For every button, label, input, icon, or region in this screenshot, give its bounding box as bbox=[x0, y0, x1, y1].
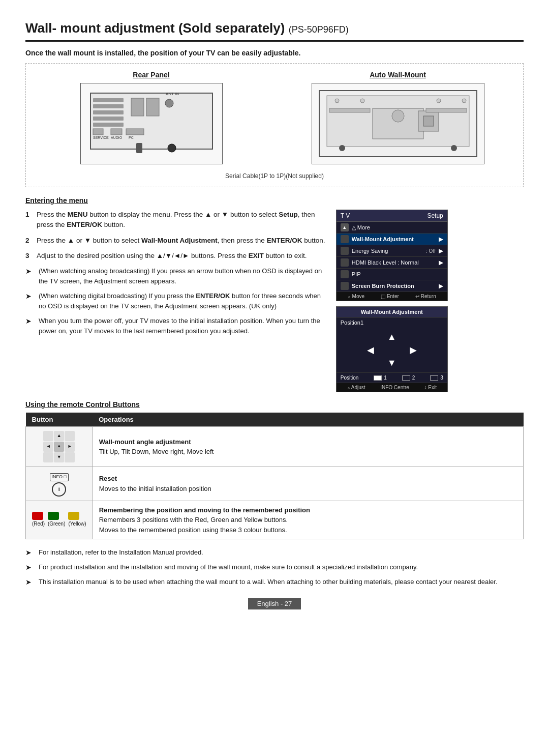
rear-panel-label: Rear Panel bbox=[133, 71, 169, 79]
rc-table-header-row: Button Operations bbox=[26, 413, 524, 427]
entering-menu-header: Entering the menu bbox=[25, 196, 524, 205]
rear-panel-section: Rear Panel ANT IN bbox=[33, 71, 269, 164]
color-buttons: (Red) (Green) (Yellow) bbox=[32, 512, 86, 528]
osd-footer: ⬦ Move ⬚ Enter ↩ Return bbox=[337, 292, 447, 301]
osd-column: T V Setup ▲ △ More Wall-Mount Adjustment… bbox=[336, 210, 524, 392]
svg-rect-16 bbox=[136, 143, 142, 153]
svg-rect-14 bbox=[111, 129, 122, 135]
svg-point-20 bbox=[335, 99, 339, 103]
red-button-group: (Red) bbox=[32, 512, 45, 528]
dpad-right: ► bbox=[65, 442, 75, 452]
setup-osd: T V Setup ▲ △ More Wall-Mount Adjustment… bbox=[336, 210, 448, 301]
subtitle: Once the wall mount is installed, the po… bbox=[25, 49, 524, 57]
osd-icon-sbp bbox=[341, 282, 349, 290]
rc-dpad-label-cell: Wall-mount angle adjustment Tilt Up, Til… bbox=[93, 427, 523, 467]
step-2: 2 Press the ▲ or ▼ button to select Wall… bbox=[25, 236, 326, 246]
osd-icon-energy bbox=[341, 247, 349, 255]
wm-left-arrow: ◀ bbox=[367, 344, 374, 356]
rc-color-cell: (Red) (Green) (Yellow) bbox=[26, 501, 93, 539]
svg-point-31 bbox=[451, 145, 457, 151]
rc-dpad-cell: ▲ ◄ ● ► ▼ bbox=[26, 427, 93, 467]
footer-notes: ➤ For installation, refer to the Install… bbox=[25, 547, 524, 588]
wm-arrows-row: ◀ ▶ bbox=[367, 344, 417, 356]
rc-color-label-cell: Remembering the position and moving to t… bbox=[93, 501, 523, 539]
wm-osd-header: Wall-Mount Adjustment bbox=[337, 307, 447, 317]
wall-mount-image bbox=[312, 83, 484, 164]
wm-position-bar: Position 1 2 3 bbox=[337, 372, 447, 383]
svg-point-23 bbox=[462, 99, 466, 103]
osd-header: T V Setup bbox=[337, 210, 447, 222]
wall-mount-section: Auto Wall-Mount bbox=[280, 71, 516, 164]
rc-table: Button Operations ▲ ◄ ● ► ▼ bbox=[25, 413, 524, 539]
svg-text:SERVICE: SERVICE bbox=[93, 136, 109, 139]
wm-down-arrow: ▼ bbox=[387, 358, 396, 368]
footer-note-3: ➤ This installation manual is to be used… bbox=[25, 577, 524, 588]
page-title: Wall- mount adjustment (Sold separately)… bbox=[25, 20, 524, 42]
note-3: ➤ When you turn the power off, your TV m… bbox=[25, 316, 326, 336]
footer-note-1: ➤ For installation, refer to the Install… bbox=[25, 547, 524, 558]
rc-section: Using the remote Control Buttons Button … bbox=[25, 400, 524, 539]
red-button bbox=[32, 512, 43, 520]
wm-adjustment-osd: Wall-Mount Adjustment Position1 ▲ ◀ ▶ ▼ … bbox=[336, 306, 448, 392]
dpad-center: ● bbox=[54, 442, 64, 452]
page-footer: English - 27 bbox=[25, 598, 524, 609]
yellow-button bbox=[68, 512, 79, 520]
note-1: ➤ (When watching analog broadcasting) If… bbox=[25, 266, 326, 286]
wm-pos-1: 1 bbox=[374, 375, 387, 381]
svg-point-22 bbox=[437, 99, 441, 103]
steps-column: 1 Press the MENU button to display the m… bbox=[25, 210, 326, 392]
svg-point-17 bbox=[168, 144, 176, 152]
wm-arrows: ▲ ◀ ▶ ▼ bbox=[337, 328, 447, 372]
svg-text:AUDIO: AUDIO bbox=[111, 136, 123, 139]
dpad-left: ◄ bbox=[43, 442, 53, 452]
svg-point-8 bbox=[165, 99, 173, 107]
rc-col-operations: Operations bbox=[93, 413, 523, 427]
osd-row-hdmi: HDMI Black Level : Normal ▶ bbox=[337, 257, 447, 269]
diagram-box: Rear Panel ANT IN bbox=[25, 63, 524, 187]
svg-rect-6 bbox=[131, 98, 144, 116]
osd-icon-more: ▲ bbox=[341, 223, 349, 231]
svg-rect-28 bbox=[329, 108, 370, 112]
osd-row-pip: PIP bbox=[337, 269, 447, 280]
osd-row-energy: Energy Saving : Off ▶ bbox=[337, 245, 447, 257]
step-1: 1 Press the MENU button to display the m… bbox=[25, 210, 326, 230]
osd-row-sbp: Screen Burn Protection ▶ bbox=[337, 280, 447, 292]
wm-right-arrow: ▶ bbox=[410, 344, 417, 356]
info-button: INFO □ i bbox=[50, 473, 69, 497]
info-circle: i bbox=[52, 482, 66, 497]
svg-rect-2 bbox=[93, 104, 124, 108]
rc-col-button: Button bbox=[26, 413, 93, 427]
svg-point-25 bbox=[392, 110, 404, 122]
rc-info-label-cell: Reset Moves to the initial installation … bbox=[93, 467, 523, 501]
svg-rect-5 bbox=[93, 123, 124, 127]
osd-icon-pip bbox=[341, 270, 349, 278]
svg-point-21 bbox=[360, 99, 364, 103]
dpad-up: ▲ bbox=[54, 431, 64, 441]
dpad-button: ▲ ◄ ● ► ▼ bbox=[43, 431, 75, 462]
green-button bbox=[48, 512, 59, 520]
wm-up-arrow: ▲ bbox=[387, 332, 396, 342]
rear-panel-image: ANT IN SERVICE AUDIO PC bbox=[80, 83, 223, 164]
page-badge: English - 27 bbox=[248, 598, 301, 609]
rc-info-cell: INFO □ i bbox=[26, 467, 93, 501]
wall-mount-svg bbox=[317, 88, 479, 159]
yellow-button-group: (Yellow) bbox=[68, 512, 86, 528]
svg-text:ANT IN: ANT IN bbox=[166, 92, 179, 96]
svg-rect-3 bbox=[93, 110, 124, 114]
svg-rect-15 bbox=[126, 129, 144, 135]
note-2: ➤ (When watching digital broadcasting) I… bbox=[25, 291, 326, 311]
svg-rect-1 bbox=[93, 98, 124, 102]
rear-panel-svg: ANT IN SERVICE AUDIO PC bbox=[85, 88, 218, 159]
svg-rect-13 bbox=[93, 129, 103, 135]
osd-row-more: ▲ △ More bbox=[337, 222, 447, 234]
wm-position-label: Position1 bbox=[337, 317, 447, 328]
wall-mount-label: Auto Wall-Mount bbox=[370, 71, 426, 79]
osd-row-wm: Wall-Mount Adjustment ▶ bbox=[337, 234, 447, 245]
svg-point-30 bbox=[339, 145, 345, 151]
green-button-group: (Green) bbox=[48, 512, 65, 528]
entering-menu-section: Entering the menu 1 Press the MENU butto… bbox=[25, 196, 524, 392]
svg-rect-27 bbox=[423, 116, 434, 126]
rc-row-color: (Red) (Green) (Yellow) Remembering the bbox=[26, 501, 524, 539]
osd-icon-hdmi bbox=[341, 258, 349, 267]
svg-text:PC: PC bbox=[129, 136, 134, 139]
